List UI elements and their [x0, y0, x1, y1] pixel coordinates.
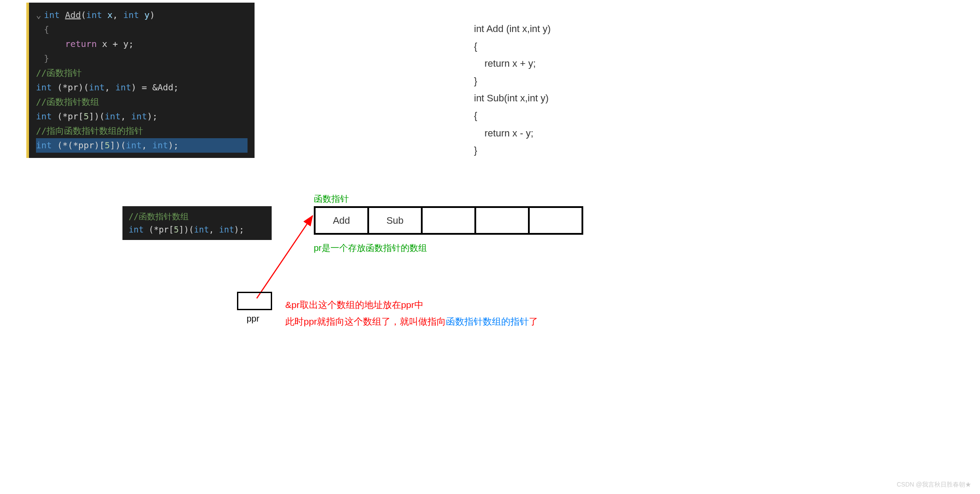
- code-line: return x + y;: [36, 37, 248, 51]
- ppr-label: ppr: [247, 314, 259, 324]
- code-line: int Add (int x,int y): [474, 20, 551, 38]
- code-line: int (*pr)(int, int) = &Add;: [36, 80, 248, 95]
- array-cell: [528, 206, 583, 235]
- code-block-small: //函数指针数组 int (*pr[5])(int, int);: [122, 206, 272, 240]
- code-line: return x - y;: [474, 125, 551, 142]
- code-block-main: ⌄int Add(int x, int y) { return x + y; }…: [26, 3, 255, 158]
- code-line-highlighted: int (*(*ppr)[5])(int, int);: [36, 138, 248, 153]
- code-line: //函数指针数组: [36, 95, 248, 109]
- label-pr-description: pr是一个存放函数指针的数组: [314, 242, 427, 254]
- array-cell: Sub: [367, 206, 423, 235]
- watermark: CSDN @我言秋日胜春朝★: [897, 481, 971, 489]
- code-line: int Sub(int x,int y): [474, 89, 551, 107]
- highlighted-term: 函数指针数组的指针: [446, 316, 529, 326]
- plain-code-block: int Add (int x,int y) { return x + y; } …: [474, 20, 551, 159]
- explanation-text: &pr取出这个数组的地址放在ppr中 此时ppr就指向这个数组了，就叫做指向函数…: [285, 297, 538, 330]
- array-cell: [421, 206, 476, 235]
- code-line: {: [474, 107, 551, 125]
- code-line: //函数指针: [36, 66, 248, 80]
- code-line: //函数指针数组: [129, 210, 266, 223]
- code-line: }: [36, 51, 248, 66]
- array-cell: Add: [314, 206, 369, 235]
- array-cell: [474, 206, 530, 235]
- array-boxes: Add Sub: [314, 206, 583, 235]
- code-line: int (*pr[5])(int, int);: [129, 223, 266, 236]
- ppr-box: [237, 292, 272, 310]
- code-line: ⌄int Add(int x, int y): [36, 8, 248, 22]
- text-line: 此时ppr就指向这个数组了，就叫做指向函数指针数组的指针了: [285, 313, 538, 330]
- text-line: &pr取出这个数组的地址放在ppr中: [285, 297, 538, 313]
- code-line: }: [474, 72, 551, 90]
- code-line: }: [474, 142, 551, 159]
- code-line: {: [36, 22, 248, 37]
- label-function-pointer: 函数指针: [314, 193, 349, 205]
- code-line: //指向函数指针数组的指针: [36, 124, 248, 138]
- code-line: int (*pr[5])(int, int);: [36, 109, 248, 124]
- function-name: Add: [65, 10, 81, 20]
- keyword: int: [44, 10, 60, 20]
- code-line: {: [474, 38, 551, 55]
- chevron-down-icon: ⌄: [36, 8, 44, 22]
- code-line: return x + y;: [474, 55, 551, 72]
